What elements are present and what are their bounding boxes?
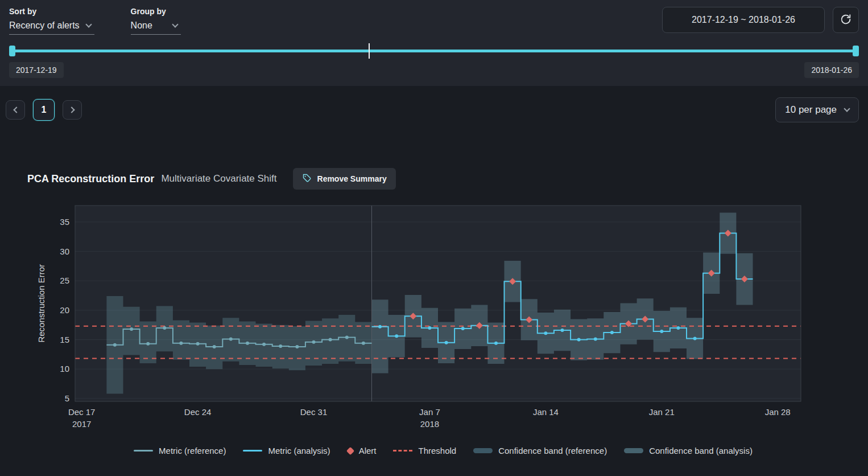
legend-label: Confidence band (reference) (498, 446, 607, 456)
chevron-right-icon (68, 106, 75, 113)
svg-text:Jan 7: Jan 7 (419, 407, 440, 417)
tag-icon (302, 173, 312, 184)
slider-track[interactable] (9, 50, 859, 52)
refresh-icon (840, 13, 852, 27)
per-page-value: 10 per page (785, 104, 837, 116)
legend-swatch-alert (346, 446, 354, 454)
chart-legend: Metric (reference) Metric (analysis) Ale… (27, 446, 859, 456)
group-by-group: Group by None (131, 7, 181, 35)
date-range-input[interactable]: 2017-12-19 ~ 2018-01-26 (662, 7, 825, 33)
legend-swatch-band-analysis (624, 448, 643, 453)
group-by-select[interactable]: None (131, 20, 181, 35)
date-range-value: 2017-12-19 ~ 2018-01-26 (692, 15, 795, 25)
y-axis-label: Reconstruction Error (34, 202, 48, 405)
svg-text:25: 25 (60, 276, 69, 285)
summary-card: PCA Reconstruction Error Multivariate Co… (0, 168, 868, 456)
svg-text:2017: 2017 (72, 419, 91, 429)
chart-svg: 5101520253035Dec 172017Dec 24Dec 31Jan 7… (48, 202, 805, 430)
svg-text:2018: 2018 (420, 419, 439, 429)
refresh-button[interactable] (833, 7, 859, 33)
legend-label: Metric (analysis) (268, 446, 330, 456)
legend-item-metric-reference[interactable]: Metric (reference) (134, 446, 226, 456)
legend-item-threshold[interactable]: Threshold (393, 446, 456, 456)
legend-swatch-reference (134, 450, 153, 452)
sort-by-label: Sort by (9, 7, 94, 16)
card-subtitle: Multivariate Covariate Shift (161, 173, 276, 184)
slider-end-date: 2018-01-26 (804, 62, 859, 78)
chevron-down-icon (172, 21, 178, 27)
legend-item-band-reference[interactable]: Confidence band (reference) (473, 446, 607, 456)
svg-text:15: 15 (60, 335, 69, 344)
remove-summary-button[interactable]: Remove Summary (293, 168, 396, 190)
svg-text:20: 20 (60, 305, 69, 315)
prev-page-button[interactable] (6, 100, 25, 120)
slider-start-date: 2017-12-19 (9, 62, 64, 78)
sort-by-select[interactable]: Recency of alerts (9, 20, 94, 35)
svg-text:Jan 21: Jan 21 (649, 407, 675, 417)
sort-by-value: Recency of alerts (9, 20, 80, 31)
slider-handle-end[interactable] (853, 46, 859, 56)
legend-item-alert[interactable]: Alert (348, 446, 377, 456)
svg-text:5: 5 (65, 393, 69, 403)
filters-panel: Sort by Recency of alerts Group by None … (0, 0, 868, 86)
group-by-label: Group by (131, 7, 181, 16)
svg-text:Dec 17: Dec 17 (68, 407, 96, 417)
per-page-select[interactable]: 10 per page (775, 97, 859, 122)
card-title: PCA Reconstruction Error (27, 173, 154, 185)
sort-by-group: Sort by Recency of alerts (9, 7, 94, 35)
chevron-down-icon (844, 105, 850, 112)
legend-label: Confidence band (analysis) (649, 446, 753, 456)
legend-label: Metric (reference) (159, 446, 226, 456)
filters-row: Sort by Recency of alerts Group by None … (9, 7, 859, 35)
legend-label: Threshold (418, 446, 456, 456)
page-1-button[interactable]: 1 (33, 99, 55, 121)
slider-marker (369, 43, 370, 59)
svg-text:Dec 31: Dec 31 (300, 407, 328, 417)
svg-text:10: 10 (60, 364, 69, 374)
chart: Reconstruction Error 5101520253035Dec 17… (27, 202, 859, 430)
slider-handle-start[interactable] (9, 46, 15, 56)
group-by-value: None (131, 20, 152, 31)
date-range-slider (9, 45, 859, 58)
svg-text:35: 35 (60, 217, 69, 227)
pagination-row: 1 10 per page (0, 86, 868, 122)
remove-summary-label: Remove Summary (317, 174, 387, 183)
svg-text:30: 30 (60, 247, 69, 256)
svg-text:Jan 14: Jan 14 (533, 407, 559, 417)
legend-swatch-analysis (243, 450, 262, 452)
legend-swatch-threshold (393, 450, 412, 452)
legend-swatch-band-reference (473, 448, 493, 453)
legend-item-band-analysis[interactable]: Confidence band (analysis) (624, 446, 753, 456)
svg-text:Dec 24: Dec 24 (184, 407, 212, 417)
card-title-row: PCA Reconstruction Error Multivariate Co… (27, 168, 859, 190)
slider-labels: 2017-12-19 2018-01-26 (9, 62, 859, 78)
chevron-left-icon (13, 106, 19, 113)
legend-label: Alert (359, 446, 377, 456)
svg-text:Jan 28: Jan 28 (765, 407, 791, 417)
chevron-down-icon (85, 21, 92, 27)
next-page-button[interactable] (63, 100, 82, 120)
legend-item-metric-analysis[interactable]: Metric (analysis) (243, 446, 330, 456)
